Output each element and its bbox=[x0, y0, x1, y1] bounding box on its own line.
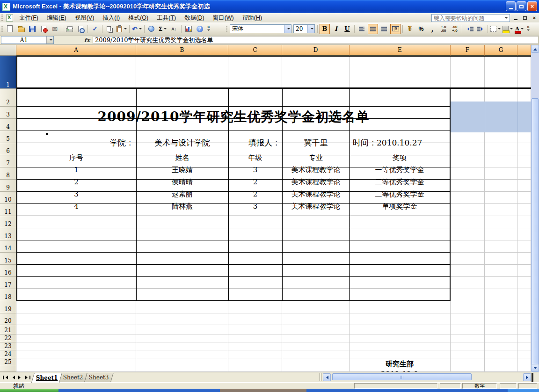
cell-d4[interactable]: 美术课程教学论 bbox=[283, 164, 349, 175]
column-header-D[interactable]: D bbox=[282, 45, 350, 56]
cell-e4[interactable]: 一等优秀奖学金 bbox=[350, 164, 449, 175]
system-tray-sliver[interactable] bbox=[508, 389, 539, 392]
row-header-22[interactable]: 22 bbox=[0, 334, 16, 342]
help-dropdown-icon[interactable] bbox=[504, 17, 508, 21]
comma-style-button[interactable]: , bbox=[427, 24, 437, 34]
open-button[interactable] bbox=[16, 24, 26, 34]
align-left-button[interactable] bbox=[357, 24, 367, 34]
row-header-partial[interactable] bbox=[0, 366, 16, 372]
cell-b4[interactable]: 王晓婧 bbox=[137, 164, 228, 175]
insert-hyperlink-button[interactable] bbox=[146, 24, 157, 34]
close-button[interactable]: × bbox=[527, 1, 537, 11]
row-header-8[interactable]: 8 bbox=[0, 167, 16, 180]
help-button[interactable]: ? bbox=[195, 24, 205, 34]
column-header-F[interactable]: F bbox=[451, 45, 485, 56]
cell-c3[interactable]: 年级 bbox=[229, 152, 282, 163]
row-header-21[interactable]: 21 bbox=[0, 325, 16, 334]
cell-a2[interactable]: 学院： bbox=[17, 134, 135, 151]
cell-b3[interactable]: 姓名 bbox=[137, 152, 228, 163]
align-center-button[interactable] bbox=[368, 24, 378, 34]
minimize-button[interactable] bbox=[506, 1, 516, 11]
email-button[interactable]: ✉ bbox=[50, 24, 60, 34]
row-header-18[interactable]: 18 bbox=[0, 289, 16, 301]
font-size-combobox[interactable]: 20 bbox=[293, 24, 315, 33]
workbook-minimize-button[interactable] bbox=[512, 15, 519, 21]
scroll-up-button[interactable] bbox=[531, 45, 539, 53]
cell-a7[interactable]: 4 bbox=[17, 201, 135, 212]
column-header-G[interactable]: G bbox=[485, 45, 517, 56]
row-header-24[interactable]: 24 bbox=[0, 350, 16, 358]
toolbar-options-icon[interactable]: » bbox=[525, 24, 532, 34]
first-sheet-button[interactable] bbox=[2, 374, 9, 381]
restore-button[interactable] bbox=[517, 1, 526, 11]
cell-e3[interactable]: 奖项 bbox=[350, 152, 449, 163]
cell-name-box[interactable]: A1 bbox=[1, 36, 54, 44]
cell-c4[interactable]: 3 bbox=[229, 164, 282, 175]
menu-item-6[interactable]: 数据(D) bbox=[180, 13, 208, 23]
fill-color-button[interactable] bbox=[502, 24, 513, 34]
row-header-25[interactable]: 25 bbox=[0, 358, 16, 366]
row-header-11[interactable]: 11 bbox=[0, 204, 16, 216]
previous-sheet-button[interactable] bbox=[9, 374, 16, 381]
print-preview-button[interactable] bbox=[75, 24, 86, 34]
row-header-16[interactable]: 16 bbox=[0, 265, 16, 277]
cell-c5[interactable]: 2 bbox=[229, 176, 282, 188]
horizontal-scroll-thumb[interactable] bbox=[332, 373, 472, 380]
sort-ascending-button[interactable]: A↓ bbox=[169, 24, 179, 34]
undo-button[interactable]: ↶ bbox=[131, 24, 142, 34]
menu-item-3[interactable]: 插入(I) bbox=[98, 13, 124, 23]
row-header-12[interactable]: 12 bbox=[0, 216, 16, 228]
paste-button[interactable] bbox=[116, 24, 127, 34]
font-size-combobox-dropdown[interactable] bbox=[307, 25, 314, 33]
cell-e6[interactable]: 二等优秀奖学金 bbox=[350, 189, 449, 200]
row-header-6[interactable]: 6 bbox=[0, 143, 16, 155]
select-all-corner[interactable] bbox=[0, 45, 16, 56]
workbook-restore-button[interactable] bbox=[521, 15, 529, 21]
windows-taskbar[interactable] bbox=[0, 389, 539, 392]
row-header-10[interactable]: 10 bbox=[0, 192, 16, 204]
cell-b5[interactable]: 侯晴晴 bbox=[137, 176, 228, 188]
autosum-button[interactable]: Σ bbox=[158, 24, 168, 34]
font-color-button[interactable]: A bbox=[514, 24, 524, 34]
sheet-tab-sheet3[interactable]: Sheet3 bbox=[84, 373, 113, 382]
cell-a5[interactable]: 2 bbox=[17, 176, 135, 188]
cell-c7[interactable]: 3 bbox=[229, 201, 282, 212]
sheet-tab-sheet1[interactable]: Sheet1 bbox=[31, 373, 62, 383]
menu-item-5[interactable]: 工具(T) bbox=[153, 13, 180, 23]
row1-selected-range[interactable] bbox=[451, 102, 531, 132]
currency-style-button[interactable]: ¥ bbox=[405, 24, 415, 34]
column-header-A[interactable]: A bbox=[16, 45, 136, 56]
bold-button[interactable]: B bbox=[320, 24, 330, 34]
italic-button[interactable]: I bbox=[331, 24, 341, 34]
tab-split-handle[interactable] bbox=[320, 373, 322, 381]
row-header-7[interactable]: 7 bbox=[0, 155, 16, 167]
horizontal-split-handle[interactable] bbox=[532, 373, 533, 382]
column-header-B[interactable]: B bbox=[136, 45, 228, 56]
formula-input[interactable]: 2009/2010学年研究生优秀奖学金初选名单 bbox=[93, 36, 539, 44]
vertical-scroll-thumb[interactable] bbox=[532, 98, 539, 392]
scroll-right-button[interactable] bbox=[523, 373, 531, 381]
help-question-input[interactable] bbox=[431, 14, 510, 22]
decrease-indent-button[interactable] bbox=[464, 24, 474, 34]
cell-e5[interactable]: 二等优秀奖学金 bbox=[350, 176, 449, 188]
name-box-dropdown[interactable] bbox=[46, 36, 53, 44]
menu-item-1[interactable]: 编辑(E) bbox=[43, 13, 71, 23]
cell-d7[interactable]: 美术课程教学论 bbox=[283, 201, 349, 212]
row-header-23[interactable]: 23 bbox=[0, 342, 16, 350]
taskbar-item-sliver[interactable] bbox=[220, 389, 306, 392]
cell-e7[interactable]: 单项奖学金 bbox=[350, 201, 449, 212]
toolbar-options-icon[interactable]: » bbox=[205, 24, 212, 34]
cell-d3[interactable]: 专业 bbox=[283, 152, 349, 163]
cell-e2[interactable]: 时间：2010.10.27 bbox=[350, 134, 449, 151]
spelling-check-button[interactable]: ✓ bbox=[90, 24, 100, 34]
row-header-9[interactable]: 9 bbox=[0, 180, 16, 192]
cell-d5[interactable]: 美术课程教学论 bbox=[283, 176, 349, 188]
row-header-3[interactable]: 3 bbox=[0, 107, 16, 119]
print-button[interactable] bbox=[64, 24, 74, 34]
decrease-decimal-button[interactable]: .00 +.0 bbox=[450, 24, 460, 34]
merge-center-button[interactable] bbox=[390, 24, 401, 34]
sheet-tab-sheet2[interactable]: Sheet2 bbox=[58, 373, 87, 382]
start-button-sliver[interactable] bbox=[0, 389, 58, 392]
cell-a6[interactable]: 3 bbox=[17, 189, 135, 200]
cell-e20-department[interactable]: 研究生部 bbox=[350, 359, 449, 370]
